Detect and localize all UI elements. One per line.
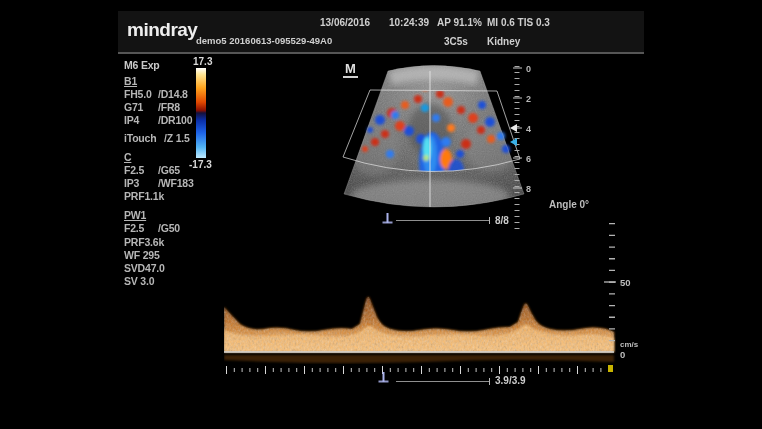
param-value: SVD47.0 [124,262,165,274]
sv-depth-marker-icon[interactable] [510,138,517,146]
focus-marker-icon[interactable] [510,124,517,132]
param-value: WF 295 [124,249,160,261]
param-value: PRF1.1k [124,190,164,202]
pw-spectral-display: 50 cm/s 0 [224,212,644,380]
velocity-scale-label: 50 [620,277,631,288]
mi-tis-readout: MI 0.6 TIS 0.3 [487,17,550,28]
depth-ruler: 0 2 4 6 8 [508,58,544,238]
param-row: F2.5/G50 [124,222,180,234]
param-value: /WF183 [158,177,194,189]
time-progress-line[interactable] [396,381,489,382]
param-value: F2.5 [124,164,158,176]
itouch-row: iTouch/Z 1.5 [124,132,190,144]
doppler-angle-readout: Angle 0° [549,199,589,210]
param-row: IP3/WF183 [124,177,194,189]
param-row: F2.5/G65 [124,164,180,176]
acoustic-power: AP 91.1% [437,17,482,28]
param-value: F2.5 [124,222,158,234]
b-mode-section-title: B1 [124,75,137,87]
param-value: G71 [124,101,158,113]
param-value: IP4 [124,114,158,126]
mindray-logo: mindray [127,19,197,41]
time-cursor-marker[interactable] [608,365,613,372]
param-value: /FR8 [158,101,180,113]
param-value: PRF3.6k [124,236,164,248]
param-row: IP4/DR100 [124,114,192,126]
b-mode-color-image[interactable] [330,58,530,212]
pw-mode-section-title: PW1 [124,209,146,221]
cine-marker-icon[interactable] [377,372,390,384]
param-value: /G50 [158,222,180,234]
spectral-texture [224,290,616,354]
param-value: FH5.0 [124,88,158,100]
exam-time: 10:24:39 [389,17,429,28]
depth-label: 6 [526,154,531,164]
color-mode-section-title: C [124,151,131,163]
param-value: IP3 [124,177,158,189]
depth-label: 4 [526,124,531,134]
color-map-bar [196,68,206,158]
probe-name: 3C5s [444,36,468,47]
time-progress-end-tick [489,378,490,385]
imaging-mode-label: M6 Exp [124,59,160,71]
param-value: /Z 1.5 [164,132,190,144]
param-value: iTouch [124,132,164,144]
param-row: FH5.0/D14.8 [124,88,188,100]
exam-date: 13/06/2016 [320,17,370,28]
param-value: /D14.8 [158,88,188,100]
exam-id: demo5 20160613-095529-49A0 [196,35,332,46]
depth-label: 2 [526,94,531,104]
time-indicator: 3.9/3.9 [495,375,526,386]
baseline-zero-label: 0 [620,349,625,360]
param-value: /DR100 [158,114,192,126]
param-value: /G65 [158,164,180,176]
colorbar-min-label: -17.3 [189,159,212,170]
depth-label: 8 [526,184,531,194]
velocity-unit-label: cm/s [620,340,639,349]
colorbar-max-label: 17.3 [193,56,212,67]
spectral-below-baseline-noise [224,355,614,363]
depth-label: 0 [526,64,531,74]
param-row: G71/FR8 [124,101,180,113]
ultrasound-screen: mindray demo5 20160613-095529-49A0 13/06… [0,0,762,429]
exam-preset: Kidney [487,36,520,47]
param-value: SV 3.0 [124,275,154,287]
